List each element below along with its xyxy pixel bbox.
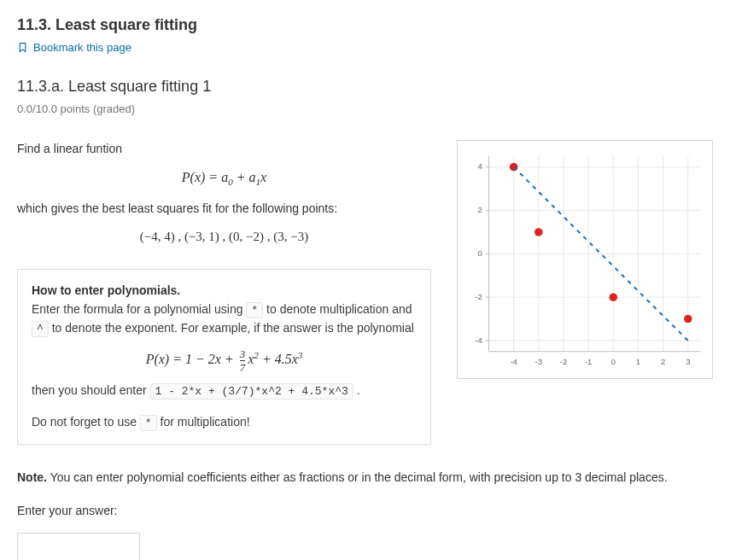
sup2: 2 [254,350,259,360]
svg-text:-2: -2 [560,357,567,366]
svg-text:-1: -1 [585,357,592,366]
answer-label: Enter your answer: [17,502,713,521]
problem-title: 11.3.a. Least square fitting 1 [17,75,713,99]
period: . [357,383,360,397]
star-code-2: * [140,415,157,431]
howto-example-eqn: P(x) = 1 − 2x + 3 7 x2 + 4.5x3 [32,348,417,373]
svg-text:2: 2 [661,357,665,366]
example-code: 1 - 2*x + (3/7)*x^2 + 4.5*x^3 [150,383,353,400]
answer-input[interactable] [17,533,140,560]
svg-point-36 [684,315,692,324]
reminder-b: for multiplication! [161,415,250,429]
bookmark-link[interactable]: Bookmark this page [17,39,713,56]
bookmark-label: Bookmark this page [33,39,131,56]
star-code: * [246,302,263,318]
svg-text:2: 2 [478,205,482,214]
howto-reminder: Do not forget to use * for multiplicatio… [32,413,417,432]
section-title: 11.3. Least square fitting [17,14,713,38]
after-eqn-text: which gives the best least squares fit f… [17,200,431,219]
svg-text:3: 3 [686,357,690,366]
howto-line1: Enter the formula for a polynomial using… [32,300,417,338]
howto-box: How to enter polynomials. Enter the form… [17,269,431,444]
howto-text-a: Enter the formula for a polynomial using [32,302,246,316]
svg-point-34 [534,228,543,236]
then-text: then you should enter [32,383,150,397]
svg-text:-3: -3 [535,357,542,366]
caret-code: ^ [32,321,49,337]
chart: -4-3-2-10123-4-2024 [457,140,713,379]
equation-linear: P(x) = a0 + a1x [17,167,431,190]
frac-den: 7 [240,362,246,373]
howto-text-b: to denote multiplication and [266,302,412,316]
svg-text:-4: -4 [475,335,482,345]
svg-text:4: 4 [478,162,483,172]
svg-text:1: 1 [636,357,640,366]
points-list: (−4, 4) , (−3, 1) , (0, −2) , (3, −3) [17,227,431,247]
howto-then: then you should enter 1 - 2*x + (3/7)*x^… [32,382,417,400]
svg-point-35 [610,293,618,301]
howto-title: How to enter polynomials. [32,282,417,300]
note-block: Note. You can enter polynomial coefficie… [17,469,713,487]
intro-text: Find a linear funtion [17,140,431,159]
reminder-a: Do not forget to use [32,415,140,429]
svg-text:-4: -4 [510,357,517,366]
frac-num: 3 [240,348,246,359]
bookmark-icon [17,42,28,53]
sup3: 3 [298,350,303,360]
note-text: You can enter polynomial coefficients ei… [47,470,668,484]
note-label: Note. [17,470,47,484]
points-graded: 0.0/10.0 points (graded) [17,101,713,118]
howto-text-c: to denote the exponent. For example, if … [52,321,414,335]
svg-text:-2: -2 [475,292,482,301]
svg-text:0: 0 [478,248,482,258]
svg-text:0: 0 [611,357,616,366]
